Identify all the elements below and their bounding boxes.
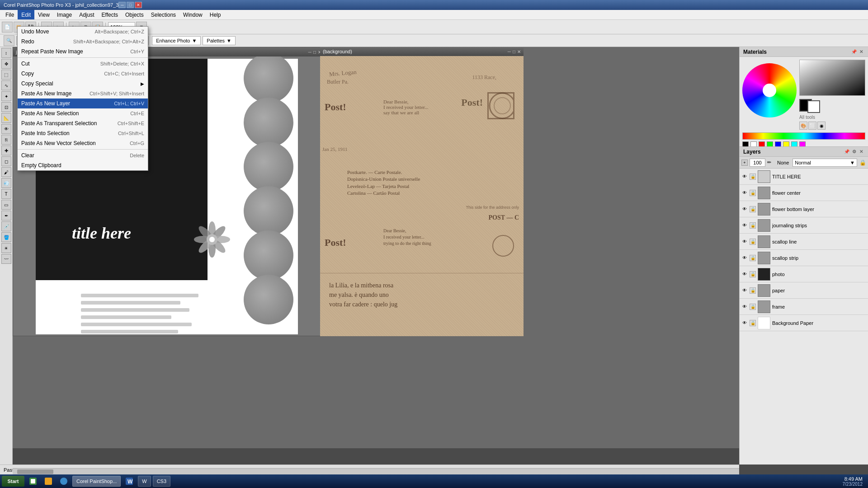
- layer-lock-photo[interactable]: 🔒: [750, 271, 756, 277]
- menu-window[interactable]: Window: [179, 10, 206, 19]
- menu-edit[interactable]: Edit: [18, 10, 34, 19]
- layer-lock-flower-bottom[interactable]: 🔒: [750, 206, 756, 212]
- layer-opacity-input[interactable]: [750, 159, 765, 167]
- layer-row-flower-bottom[interactable]: 👁 🔒 flower bottom layer: [740, 201, 868, 217]
- start-button[interactable]: Start: [2, 476, 24, 487]
- tool-zoom[interactable]: ↕: [1, 48, 11, 58]
- layer-lock-title[interactable]: 🔒: [750, 174, 756, 180]
- taskbar-icon2[interactable]: [42, 476, 55, 487]
- menu-clear[interactable]: Clear Delete: [18, 150, 148, 160]
- postcard-close[interactable]: ✕: [517, 49, 521, 54]
- blend-mode-dropdown[interactable]: Normal ▼: [793, 159, 857, 167]
- menu-paste-vector[interactable]: Paste As New Vector Selection Ctrl+G: [18, 138, 148, 148]
- close-button[interactable]: ✕: [135, 2, 142, 8]
- minimize-button[interactable]: ─: [118, 2, 126, 8]
- taskbar-word[interactable]: W: [138, 476, 151, 487]
- layer-eye-journaling[interactable]: 👁: [741, 222, 748, 229]
- layer-row-scallop-strip[interactable]: 👁 🔒 scallop strip: [740, 250, 868, 266]
- layer-lock-scallop-strip[interactable]: 🔒: [750, 255, 756, 261]
- tool-crop[interactable]: ⊡: [1, 102, 11, 112]
- tool-text[interactable]: T: [1, 189, 11, 199]
- tool-smudge[interactable]: 〰: [1, 254, 11, 264]
- layer-row-frame[interactable]: 👁 🔒 frame: [740, 299, 868, 315]
- layer-lock-journaling[interactable]: 🔒: [750, 222, 756, 229]
- tool-pen[interactable]: ✒: [1, 211, 11, 221]
- tool-redeye[interactable]: 👁: [1, 124, 11, 134]
- tool-lasso[interactable]: ∿: [1, 80, 11, 90]
- tool-select[interactable]: ⬚: [1, 70, 11, 80]
- tool-fill[interactable]: 🪣: [1, 232, 11, 242]
- taskbar-word-icon[interactable]: W: [123, 476, 136, 487]
- tool-straighten[interactable]: 📐: [1, 113, 11, 123]
- menu-help[interactable]: Help: [206, 10, 225, 19]
- tool-clone[interactable]: ⎘: [1, 135, 11, 145]
- menu-adjust[interactable]: Adjust: [75, 10, 98, 19]
- tool-airbrush[interactable]: 💨: [1, 178, 11, 188]
- menu-copy-special[interactable]: Copy Special ▶: [18, 79, 148, 89]
- taskbar-cs3[interactable]: CS3: [153, 476, 170, 487]
- panel-close[interactable]: ✕: [858, 49, 864, 55]
- color-wheel[interactable]: [742, 63, 797, 117]
- layer-eye-photo[interactable]: 👁: [741, 271, 748, 277]
- taskbar-icon3[interactable]: [57, 476, 71, 487]
- menu-effects[interactable]: Effects: [98, 10, 122, 19]
- layers-pin[interactable]: 📌: [844, 149, 850, 155]
- postcard-min[interactable]: ─: [508, 49, 511, 54]
- layer-row-flower-center[interactable]: 👁 🔒 flower center: [740, 185, 868, 201]
- layer-eye-background[interactable]: 👁: [741, 320, 748, 326]
- layer-eye-flower-center[interactable]: 👁: [741, 190, 748, 196]
- toolbar-icon1[interactable]: 🔍: [4, 35, 14, 46]
- tool-eyedrop[interactable]: 💉: [1, 221, 11, 231]
- color-tool-2[interactable]: ⬜: [808, 122, 816, 130]
- enhance-photo-dropdown[interactable]: Enhance Photo ▼: [152, 36, 201, 45]
- menu-undo[interactable]: Undo Move Alt+Backspace; Ctrl+Z: [18, 27, 148, 37]
- lock-btn[interactable]: 🔒: [859, 159, 866, 166]
- background-color[interactable]: [807, 100, 820, 113]
- tool-dodge[interactable]: ☀: [1, 243, 11, 253]
- postcard-max[interactable]: □: [513, 49, 515, 54]
- color-spectrum[interactable]: [742, 132, 865, 140]
- layer-row-photo[interactable]: 👁 🔒 photo: [740, 266, 868, 282]
- panel-pin[interactable]: 📌: [851, 49, 857, 55]
- menu-file[interactable]: File: [2, 10, 18, 19]
- taskbar-paintshop[interactable]: Corel PaintShop...: [72, 476, 121, 487]
- doc-maximize[interactable]: □: [313, 50, 316, 55]
- menu-paste-new-image[interactable]: Paste As New Image Ctrl+Shift+V; Shift+I…: [18, 89, 148, 99]
- layer-eye-frame[interactable]: 👁: [741, 304, 748, 310]
- menu-paste-into[interactable]: Paste Into Selection Ctrl+Shift+L: [18, 128, 148, 138]
- color-gradient[interactable]: [799, 60, 865, 96]
- menu-paste-new-selection[interactable]: Paste As New Selection Ctrl+E: [18, 108, 148, 118]
- menu-paste-new-layer[interactable]: Paste As New Layer Ctrl+L; Ctrl+V: [18, 99, 148, 108]
- layer-row-background[interactable]: 👁 🔒 Background Paper: [740, 315, 868, 331]
- layer-lock-background[interactable]: 🔒: [750, 320, 756, 326]
- tool-shape[interactable]: ▭: [1, 200, 11, 210]
- taskbar-icon1[interactable]: [26, 476, 40, 487]
- tool-heal[interactable]: ✚: [1, 145, 11, 155]
- layer-eye-paper[interactable]: 👁: [741, 287, 748, 294]
- layer-row-title[interactable]: 👁 🔒 TITLE HERE: [740, 169, 868, 185]
- layer-row-paper[interactable]: 👁 🔒 paper: [740, 282, 868, 299]
- menu-redo[interactable]: Redo Shift+Alt+Backspace; Ctrl+Alt+Z: [18, 37, 148, 47]
- layer-lock-scallop-line[interactable]: 🔒: [750, 239, 756, 245]
- color-tool-3[interactable]: ◉: [817, 122, 826, 130]
- menu-view[interactable]: View: [34, 10, 53, 19]
- layers-close[interactable]: ✕: [858, 149, 864, 155]
- layer-eye-flower-bottom[interactable]: 👁: [741, 206, 748, 212]
- layer-lock-paper[interactable]: 🔒: [750, 287, 756, 294]
- layer-lock-frame[interactable]: 🔒: [750, 304, 756, 310]
- hscroll-thumb[interactable]: [17, 469, 53, 474]
- tool-pan[interactable]: ✥: [1, 59, 11, 69]
- palettes-dropdown[interactable]: Palettes ▼: [203, 36, 236, 45]
- layer-row-scallop-line[interactable]: 👁 🔒 scallop line: [740, 234, 868, 250]
- layers-settings[interactable]: ⚙: [851, 149, 857, 155]
- menu-paste-transparent[interactable]: Paste As Transparent Selection Ctrl+Shif…: [18, 118, 148, 128]
- layer-eye-scallop-strip[interactable]: 👁: [741, 255, 748, 261]
- doc-minimize[interactable]: ─: [308, 50, 311, 55]
- menu-image[interactable]: Image: [53, 10, 75, 19]
- tool-magic[interactable]: ✦: [1, 91, 11, 101]
- layer-row-journaling[interactable]: 👁 🔒 journaling strips: [740, 217, 868, 234]
- layer-eye-title[interactable]: 👁: [741, 174, 748, 180]
- layer-new-btn[interactable]: +: [741, 160, 748, 166]
- layer-lock-flower-center[interactable]: 🔒: [750, 190, 756, 196]
- tool-erase[interactable]: ◻: [1, 156, 11, 166]
